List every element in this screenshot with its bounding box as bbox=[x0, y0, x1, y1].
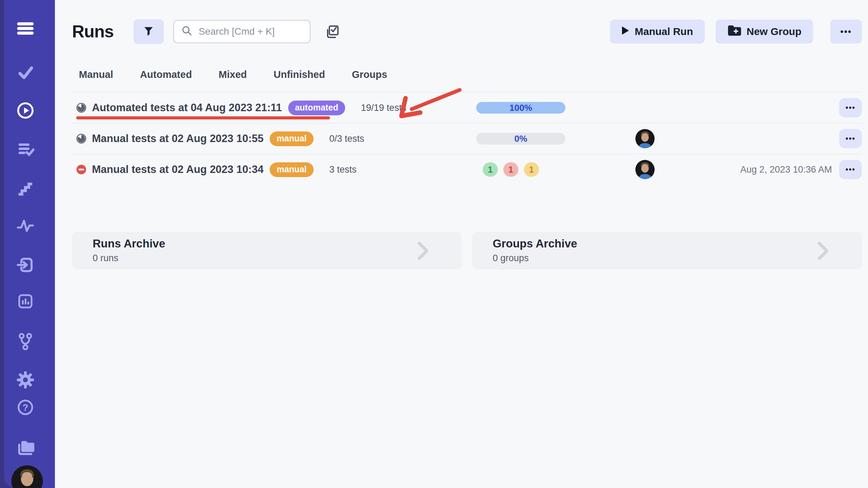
run-type-tabs: Manual Automated Mixed Unfinished Groups bbox=[79, 69, 862, 80]
run-progress: 100% bbox=[476, 102, 565, 114]
ellipsis-icon: ••• bbox=[845, 166, 855, 173]
sidebar: ? bbox=[0, 0, 55, 488]
search-icon bbox=[181, 25, 192, 38]
new-group-label: New Group bbox=[747, 26, 801, 37]
activity-icon[interactable] bbox=[0, 216, 51, 235]
svg-text:?: ? bbox=[22, 402, 28, 413]
manual-run-label: Manual Run bbox=[635, 26, 693, 37]
header: Runs bbox=[72, 19, 862, 44]
run-tests-count: 19/19 tests bbox=[361, 103, 406, 113]
run-tests-count: 3 tests bbox=[329, 164, 357, 175]
run-type-badge: automated bbox=[288, 101, 345, 115]
help-icon[interactable]: ? bbox=[0, 398, 51, 417]
runs-archive-card[interactable]: Runs Archive 0 runs bbox=[72, 232, 462, 269]
failed-count-badge: 1 bbox=[503, 162, 518, 177]
stopped-circle-icon bbox=[76, 164, 86, 175]
blocked-count-badge: 1 bbox=[524, 162, 539, 177]
branches-icon[interactable] bbox=[0, 332, 51, 351]
run-row-manual-1034[interactable]: Manual tests at 02 Aug 2023 10:34 manual… bbox=[72, 154, 862, 185]
check-icon[interactable] bbox=[0, 63, 51, 82]
projects-folders-icon[interactable] bbox=[0, 437, 51, 456]
play-icon bbox=[622, 26, 629, 37]
run-state-circle-icon bbox=[76, 133, 86, 144]
checklist-icon[interactable] bbox=[0, 139, 51, 159]
header-more-button[interactable]: ••• bbox=[830, 20, 862, 44]
groups-archive-title: Groups Archive bbox=[493, 237, 862, 250]
filter-funnel-icon bbox=[143, 26, 154, 38]
run-result-counts: 1 1 1 bbox=[483, 162, 539, 177]
reports-icon[interactable] bbox=[0, 292, 51, 311]
run-finished-timestamp: Aug 2, 2023 10:36 AM bbox=[740, 164, 832, 175]
groups-archive-count: 0 groups bbox=[493, 253, 862, 264]
run-state-circle-icon bbox=[76, 103, 86, 113]
run-title: Manual tests at 02 Aug 2023 10:34 bbox=[92, 163, 263, 176]
main-content: Runs bbox=[55, 0, 868, 488]
tab-groups[interactable]: Groups bbox=[352, 69, 387, 80]
progress-bar-100: 100% bbox=[476, 102, 565, 114]
run-list: Automated tests at 04 Aug 2023 21:11 aut… bbox=[72, 92, 862, 185]
assignee-avatar[interactable] bbox=[635, 160, 655, 179]
run-row-automated[interactable]: Automated tests at 04 Aug 2023 21:11 aut… bbox=[72, 92, 862, 123]
assignee-avatar[interactable] bbox=[635, 129, 655, 148]
search-input[interactable] bbox=[198, 26, 309, 37]
runs-archive-title: Runs Archive bbox=[93, 237, 462, 250]
runs-page: ? Runs bbox=[0, 0, 868, 488]
play-circle-icon[interactable] bbox=[0, 101, 51, 120]
run-tests-count: 0/3 tests bbox=[329, 133, 364, 144]
tab-unfinished[interactable]: Unfinished bbox=[274, 69, 325, 80]
run-progress: 0% bbox=[476, 133, 565, 144]
run-title: Manual tests at 02 Aug 2023 10:55 bbox=[92, 132, 263, 145]
ellipsis-icon: ••• bbox=[845, 104, 855, 112]
run-row-manual-1055[interactable]: Manual tests at 02 Aug 2023 10:55 manual… bbox=[72, 123, 862, 154]
chevron-right-icon bbox=[817, 241, 829, 262]
run-type-badge: manual bbox=[270, 162, 314, 177]
annotation-red-underline bbox=[76, 116, 330, 119]
manual-run-button[interactable]: Manual Run bbox=[610, 20, 705, 44]
chevron-right-icon bbox=[417, 241, 429, 262]
menu-icon[interactable] bbox=[0, 19, 51, 38]
run-menu-button[interactable]: ••• bbox=[839, 160, 862, 179]
steps-icon[interactable] bbox=[0, 178, 51, 198]
filter-button[interactable] bbox=[133, 19, 164, 44]
run-menu-button[interactable]: ••• bbox=[839, 98, 862, 117]
tab-automated[interactable]: Automated bbox=[140, 69, 192, 80]
search-box bbox=[173, 20, 310, 43]
tab-manual[interactable]: Manual bbox=[79, 69, 113, 80]
archives: Runs Archive 0 runs Groups Archive 0 gro… bbox=[72, 232, 862, 269]
new-group-button[interactable]: New Group bbox=[716, 20, 813, 44]
runs-archive-count: 0 runs bbox=[93, 253, 462, 264]
page-title: Runs bbox=[72, 22, 114, 42]
settings-gear-icon[interactable] bbox=[0, 370, 51, 390]
tab-mixed[interactable]: Mixed bbox=[219, 69, 247, 80]
run-type-badge: manual bbox=[270, 131, 314, 146]
folder-plus-icon bbox=[727, 24, 741, 39]
import-icon[interactable] bbox=[0, 255, 51, 275]
progress-bar-0: 0% bbox=[476, 133, 565, 144]
run-menu-button[interactable]: ••• bbox=[839, 129, 862, 148]
groups-archive-card[interactable]: Groups Archive 0 groups bbox=[472, 232, 862, 269]
run-title: Automated tests at 04 Aug 2023 21:11 bbox=[92, 102, 282, 114]
select-all-icon[interactable] bbox=[324, 24, 340, 39]
passed-count-badge: 1 bbox=[483, 162, 498, 177]
ellipsis-icon: ••• bbox=[845, 135, 855, 142]
ellipsis-icon: ••• bbox=[840, 27, 852, 36]
